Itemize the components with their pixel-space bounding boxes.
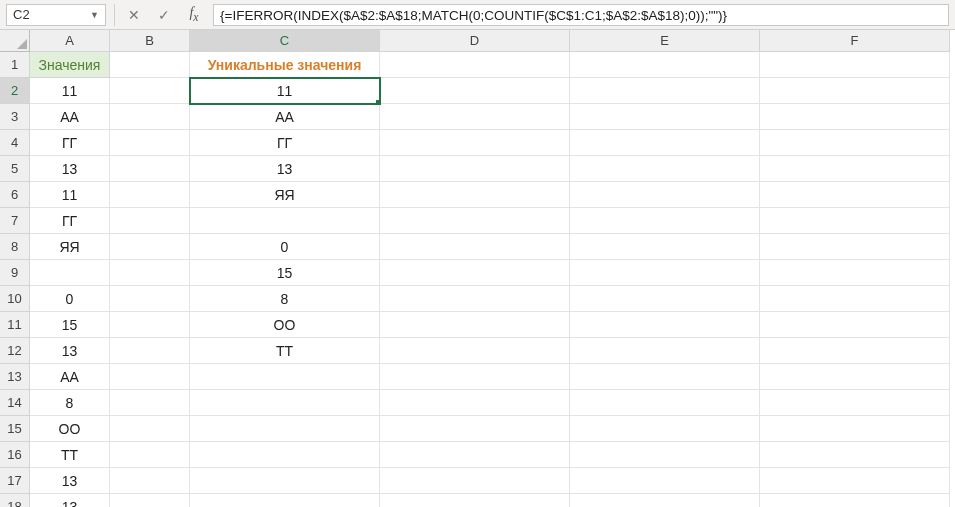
cell-C4[interactable]: ГГ [190,130,380,156]
cell-A12[interactable]: 13 [30,338,110,364]
row-header-5[interactable]: 5 [0,156,30,182]
cell-C11[interactable]: ОО [190,312,380,338]
cell-A8[interactable]: ЯЯ [30,234,110,260]
cell-B15[interactable] [110,416,190,442]
formula-input[interactable]: {=IFERROR(INDEX($A$2:$A$18;MATCH(0;COUNT… [213,4,949,26]
cell-B3[interactable] [110,104,190,130]
column-header-A[interactable]: A [30,30,110,52]
cell-E3[interactable] [570,104,760,130]
cell-C1[interactable]: Уникальные значения [190,52,380,78]
row-header-8[interactable]: 8 [0,234,30,260]
column-header-B[interactable]: B [110,30,190,52]
row-header-18[interactable]: 18 [0,494,30,507]
row-header-10[interactable]: 10 [0,286,30,312]
cell-A4[interactable]: ГГ [30,130,110,156]
cell-D9[interactable] [380,260,570,286]
cell-C3[interactable]: АА [190,104,380,130]
row-header-1[interactable]: 1 [0,52,30,78]
cell-E10[interactable] [570,286,760,312]
cell-F3[interactable] [760,104,950,130]
cell-B14[interactable] [110,390,190,416]
cell-C15[interactable] [190,416,380,442]
row-header-11[interactable]: 11 [0,312,30,338]
cell-D10[interactable] [380,286,570,312]
cell-F15[interactable] [760,416,950,442]
column-header-D[interactable]: D [380,30,570,52]
cell-C7[interactable] [190,208,380,234]
cell-A7[interactable]: ГГ [30,208,110,234]
cell-F12[interactable] [760,338,950,364]
cell-A3[interactable]: АА [30,104,110,130]
chevron-down-icon[interactable]: ▼ [90,10,99,20]
cell-A10[interactable]: 0 [30,286,110,312]
cell-A6[interactable]: 11 [30,182,110,208]
cell-B11[interactable] [110,312,190,338]
row-header-9[interactable]: 9 [0,260,30,286]
cell-F10[interactable] [760,286,950,312]
cell-D17[interactable] [380,468,570,494]
cell-C8[interactable]: 0 [190,234,380,260]
cell-E13[interactable] [570,364,760,390]
cell-D8[interactable] [380,234,570,260]
cell-A13[interactable]: АА [30,364,110,390]
cell-A18[interactable]: 13 [30,494,110,507]
cell-B18[interactable] [110,494,190,507]
cell-E8[interactable] [570,234,760,260]
column-header-F[interactable]: F [760,30,950,52]
cell-D13[interactable] [380,364,570,390]
cell-B1[interactable] [110,52,190,78]
cell-F16[interactable] [760,442,950,468]
accept-formula-button[interactable]: ✓ [153,4,175,26]
cell-A17[interactable]: 13 [30,468,110,494]
column-header-C[interactable]: C [190,30,380,52]
cell-A9[interactable] [30,260,110,286]
cell-E7[interactable] [570,208,760,234]
name-box[interactable]: C2 ▼ [6,4,106,26]
cell-E1[interactable] [570,52,760,78]
cell-D1[interactable] [380,52,570,78]
cell-B12[interactable] [110,338,190,364]
cell-D2[interactable] [380,78,570,104]
select-all-corner[interactable] [0,30,30,52]
cell-A2[interactable]: 11 [30,78,110,104]
cell-B9[interactable] [110,260,190,286]
cell-C2[interactable]: 11 [190,78,380,104]
cell-F14[interactable] [760,390,950,416]
cell-B2[interactable] [110,78,190,104]
cell-A16[interactable]: ТТ [30,442,110,468]
cell-F7[interactable] [760,208,950,234]
row-header-13[interactable]: 13 [0,364,30,390]
cell-A14[interactable]: 8 [30,390,110,416]
row-header-6[interactable]: 6 [0,182,30,208]
cell-B8[interactable] [110,234,190,260]
row-header-3[interactable]: 3 [0,104,30,130]
cell-C14[interactable] [190,390,380,416]
cell-C5[interactable]: 13 [190,156,380,182]
cell-C13[interactable] [190,364,380,390]
cell-C17[interactable] [190,468,380,494]
cell-C16[interactable] [190,442,380,468]
fx-button[interactable]: fx [183,4,205,26]
cell-B13[interactable] [110,364,190,390]
cell-D3[interactable] [380,104,570,130]
cell-C6[interactable]: ЯЯ [190,182,380,208]
cell-A11[interactable]: 15 [30,312,110,338]
cell-E14[interactable] [570,390,760,416]
row-header-4[interactable]: 4 [0,130,30,156]
row-header-17[interactable]: 17 [0,468,30,494]
cell-E11[interactable] [570,312,760,338]
spreadsheet-grid[interactable]: ABCDEF1ЗначенияУникальные значения211113… [0,30,955,507]
cell-B10[interactable] [110,286,190,312]
cell-E15[interactable] [570,416,760,442]
row-header-14[interactable]: 14 [0,390,30,416]
cell-C12[interactable]: ТТ [190,338,380,364]
cell-F5[interactable] [760,156,950,182]
cell-D5[interactable] [380,156,570,182]
cell-A5[interactable]: 13 [30,156,110,182]
cell-E16[interactable] [570,442,760,468]
cell-B16[interactable] [110,442,190,468]
row-header-2[interactable]: 2 [0,78,30,104]
cell-B7[interactable] [110,208,190,234]
cell-C18[interactable] [190,494,380,507]
cell-F11[interactable] [760,312,950,338]
